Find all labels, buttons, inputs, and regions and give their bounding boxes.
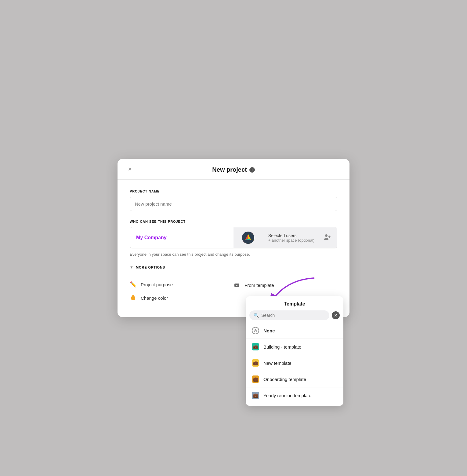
selected-users-sub: + another space (optional) [268,238,314,243]
options-right-col: From template Template [234,278,337,305]
template-none-icon: ⊘ [252,327,259,334]
template-onboarding-label: Onboarding template [263,377,306,382]
more-options-label: MORE OPTIONS [136,265,165,269]
template-onboarding-item[interactable]: 💼 Onboarding template [246,371,343,387]
template-yearly-label: Yearly reunion template [263,393,311,398]
template-new-label: New template [263,361,291,366]
modal-title: New project i [212,166,255,173]
modal-title-text: New project [212,166,247,173]
template-building-icon: 💼 [252,343,259,350]
close-button[interactable]: × [125,164,135,174]
change-color-label: Change color [141,295,168,301]
change-color-option[interactable]: Change color [130,291,234,305]
template-building-label: Building - template [263,344,301,350]
add-user-button[interactable] [324,233,331,242]
template-new-icon: 💼 [252,359,259,367]
my-company-option[interactable]: My Company [136,235,167,240]
modal-body: PROJECT NAME WHO CAN SEE THIS PROJECT My… [118,180,349,317]
search-icon: 🔍 [254,313,259,318]
svg-rect-8 [236,285,237,286]
triangle-icon: ▼ [130,265,133,269]
template-yearly-item[interactable]: 💼 Yearly reunion template [246,387,343,403]
project-name-label: PROJECT NAME [130,189,337,193]
template-dropdown: Template 🔍 ✕ ⊘ None [246,296,343,406]
more-options-row[interactable]: ▼ MORE OPTIONS [130,265,337,269]
modal-header: × New project i [118,159,349,180]
visibility-note: Everyone in your space can see this proj… [130,252,337,257]
project-name-input[interactable] [130,197,337,211]
svg-point-4 [325,234,328,237]
template-none-label: None [263,328,275,333]
template-search-wrap: 🔍 [249,310,329,320]
options-grid: ✏️ Project purpose Change color [130,278,337,305]
from-template-option[interactable]: From template [234,278,337,292]
avatar [242,232,254,244]
project-purpose-label: Project purpose [141,282,173,287]
visibility-label: WHO CAN SEE THIS PROJECT [130,220,337,223]
template-none-item[interactable]: ⊘ None [246,323,343,339]
template-dropdown-title: Template [246,296,343,310]
template-search-row: 🔍 ✕ [246,310,343,323]
new-project-modal: × New project i PROJECT NAME WHO CAN SEE… [118,159,349,317]
template-yearly-icon: 💼 [252,392,259,399]
drop-icon [130,294,136,302]
template-search-input[interactable] [261,313,325,318]
selected-users-main: Selected users [268,233,314,238]
template-building-item[interactable]: 💼 Building - template [246,339,343,355]
selected-users-text: Selected users + another space (optional… [268,233,314,243]
project-purpose-option[interactable]: ✏️ Project purpose [130,278,234,291]
template-onboarding-icon: 💼 [252,375,259,383]
clear-search-button[interactable]: ✕ [332,311,340,319]
briefcase-icon [234,281,240,289]
info-icon[interactable]: i [249,167,255,173]
visibility-right[interactable]: Selected users + another space (optional… [234,227,337,248]
template-list: ⊘ None 💼 Building - template 💼 New templ… [246,323,343,403]
pencil-icon: ✏️ [130,281,136,288]
template-new-item[interactable]: 💼 New template [246,355,343,371]
options-left-col: ✏️ Project purpose Change color [130,278,234,305]
visibility-left[interactable]: My Company [130,227,234,248]
from-template-label: From template [244,283,274,288]
visibility-row: My Company Selected users + another spac… [130,227,337,248]
